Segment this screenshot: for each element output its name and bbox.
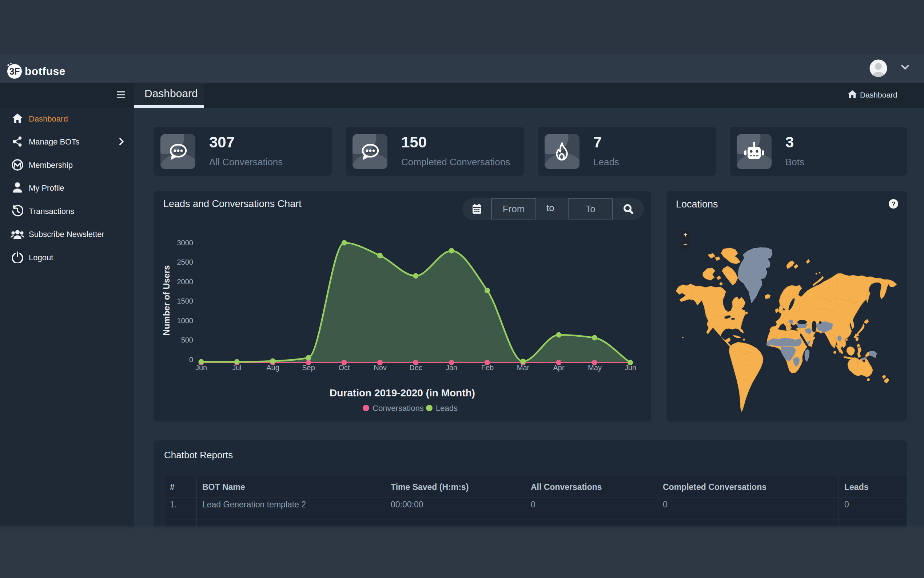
svg-text:500: 500 (181, 336, 193, 344)
svg-text:3F: 3F (9, 66, 19, 76)
svg-text:Duration 2019-2020 (in Month): Duration 2019-2020 (in Month) (330, 387, 475, 399)
svg-text:botfuse: botfuse (25, 65, 65, 77)
svg-text:1000: 1000 (177, 317, 194, 325)
svg-text:0: 0 (189, 356, 193, 364)
svg-text:Number of Users: Number of Users (162, 265, 172, 335)
svg-text:Leads: Leads (436, 404, 458, 413)
svg-text:Conversations: Conversations (372, 404, 424, 413)
svg-text:2500: 2500 (177, 258, 194, 266)
svg-text:1500: 1500 (177, 297, 194, 305)
svg-text:2000: 2000 (177, 278, 194, 286)
svg-text:3000: 3000 (177, 239, 194, 247)
